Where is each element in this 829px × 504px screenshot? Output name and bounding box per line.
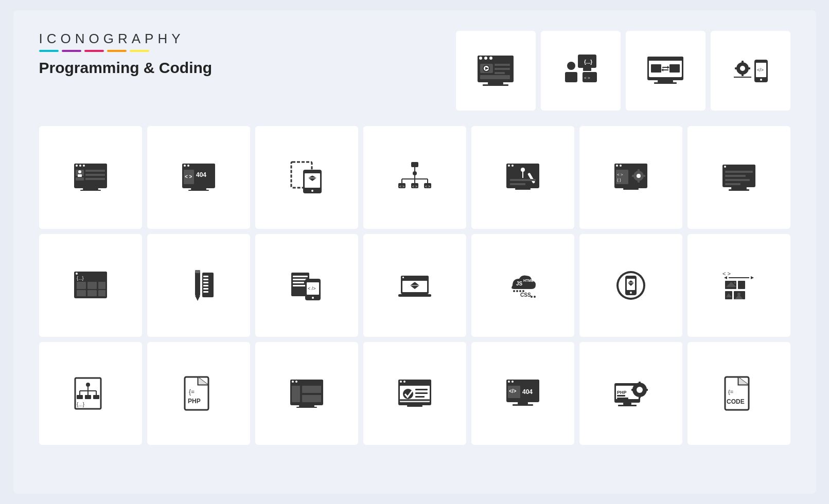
svg-rect-10 [495, 72, 505, 74]
svg-rect-46 [79, 165, 81, 167]
svg-rect-3 [484, 57, 487, 60]
svg-point-157 [513, 290, 515, 292]
svg-rect-233 [618, 405, 637, 406]
color-bar-orange [107, 50, 127, 52]
color-bar-yellow [130, 50, 149, 52]
svg-rect-37 [746, 67, 750, 69]
svg-text:< >: < > [617, 172, 623, 177]
svg-rect-143 [293, 282, 304, 283]
svg-rect-99 [616, 165, 618, 167]
svg-rect-8 [495, 64, 510, 66]
svg-rect-242 [645, 389, 648, 391]
svg-rect-73 [411, 162, 418, 167]
svg-text:{=: {= [189, 388, 195, 395]
svg-rect-9 [495, 68, 510, 70]
svg-rect-107 [638, 179, 640, 183]
svg-rect-128 [87, 290, 97, 296]
svg-text:PHP: PHP [617, 390, 627, 395]
svg-rect-49 [76, 177, 84, 181]
svg-rect-108 [632, 175, 635, 177]
svg-rect-52 [85, 178, 105, 180]
sitemap-brackets-icon: {...} [39, 342, 142, 445]
svg-rect-224 [511, 381, 514, 383]
svg-rect-240 [639, 395, 641, 398]
svg-rect-60 [187, 165, 189, 167]
svg-rect-137 [203, 285, 208, 286]
js-html-css-cloud-icon: JS HTML CSS [471, 234, 574, 337]
color-bar-cyan [39, 50, 59, 52]
laptop-diamond-icon [363, 234, 466, 337]
settings-code-icon: < > { } [579, 126, 682, 229]
svg-rect-203 [292, 381, 294, 383]
svg-rect-116 [725, 179, 750, 181]
svg-rect-106 [638, 169, 640, 172]
svg-rect-54 [78, 174, 82, 177]
svg-rect-112 [722, 165, 755, 169]
svg-rect-12 [488, 82, 503, 84]
svg-rect-129 [98, 290, 105, 296]
svg-rect-90 [511, 165, 514, 167]
svg-marker-131 [195, 296, 200, 301]
svg-rect-36 [735, 67, 739, 69]
svg-rect-212 [400, 381, 402, 383]
svg-text:404: 404 [522, 388, 533, 395]
svg-rect-220 [407, 405, 422, 407]
svg-rect-96 [515, 188, 531, 190]
color-bar-pink [84, 50, 104, 52]
svg-text:< />: < /> [308, 286, 316, 291]
svg-rect-13 [483, 84, 508, 86]
svg-rect-232 [623, 403, 631, 405]
color-bar-purple [62, 50, 81, 52]
svg-rect-135 [203, 279, 208, 280]
color-bars [39, 50, 213, 52]
page-title: Programming & Coding [39, 59, 213, 77]
svg-text:{...}: {...} [77, 276, 84, 281]
svg-rect-134 [203, 276, 208, 277]
svg-rect-218 [415, 396, 425, 398]
code-editor-pen-icon [471, 126, 574, 229]
svg-point-53 [78, 170, 81, 173]
svg-rect-151 [402, 277, 404, 278]
svg-point-158 [516, 290, 518, 292]
svg-rect-236 [617, 398, 628, 399]
php-settings-icon: PHP [579, 342, 682, 445]
svg-point-69 [311, 190, 313, 192]
monitor-404-icon: </> 404 [471, 342, 574, 445]
sitemap-icon: < > < > < > [363, 126, 466, 229]
svg-rect-95 [510, 183, 525, 185]
svg-rect-114 [725, 171, 753, 173]
svg-rect-139 [203, 291, 208, 293]
svg-rect-115 [725, 175, 746, 177]
svg-rect-44 [74, 164, 107, 168]
svg-rect-122 [76, 273, 78, 275]
svg-rect-88 [506, 164, 539, 168]
svg-point-105 [637, 174, 641, 178]
svg-rect-136 [203, 282, 208, 283]
svg-text:{ }: { } [617, 177, 621, 182]
svg-rect-11 [480, 75, 510, 79]
svg-rect-47 [83, 165, 85, 167]
svg-text:HTML: HTML [523, 279, 534, 282]
svg-rect-65 [188, 190, 209, 191]
svg-text:< >: < > [425, 185, 430, 188]
svg-text:{...}: {...} [77, 402, 85, 407]
svg-rect-16 [583, 68, 591, 71]
svg-rect-130 [195, 270, 200, 296]
php-file-icon: {= PHP [147, 342, 250, 445]
404-error-icon: < > 404 [147, 126, 250, 229]
svg-text:< >: < > [399, 185, 404, 188]
svg-rect-27 [669, 64, 680, 73]
svg-point-40 [760, 79, 762, 81]
user-interface-icon [39, 126, 142, 229]
svg-rect-204 [295, 381, 297, 383]
svg-rect-202 [290, 380, 323, 384]
svg-rect-241 [631, 389, 634, 391]
svg-rect-59 [184, 165, 186, 167]
web-code-icon [456, 31, 536, 111]
svg-text:< >: < > [722, 271, 731, 277]
code-file-icon: {= CODE [687, 342, 790, 445]
browser-check-icon [363, 342, 466, 445]
svg-marker-198 [198, 377, 208, 385]
svg-text:< >: < > [412, 185, 417, 188]
svg-text:CSS: CSS [520, 292, 531, 298]
